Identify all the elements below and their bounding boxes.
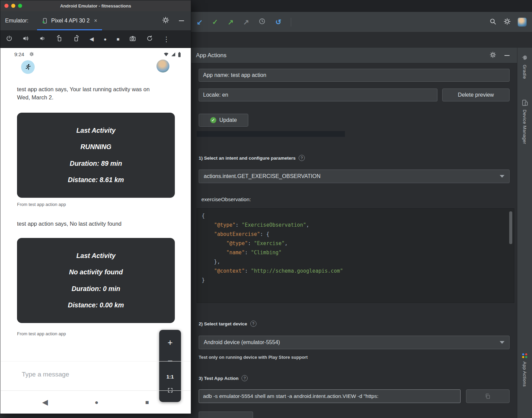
copy-icon: [485, 393, 491, 399]
assistant-message: test app action says, Your last running …: [17, 85, 163, 102]
card-title: Last Activity: [76, 252, 115, 260]
arrow-up-right-icon[interactable]: ↗: [228, 18, 234, 26]
nav-home-button[interactable]: ●: [95, 399, 99, 405]
maximize-window-button[interactable]: [18, 4, 22, 8]
emulator-controls-toolbar: ◀ ● ■ ⋮: [0, 30, 191, 48]
zoom-ratio-button[interactable]: 1:1: [166, 374, 174, 380]
copy-command-button[interactable]: [466, 389, 510, 403]
section-two-label: 2) Select target device: [199, 321, 247, 326]
intent-dropdown[interactable]: actions.intent.GET_EXERCISE_OBSERVATION: [199, 170, 510, 183]
device-dropdown-value: Android device (emulator-5554): [204, 339, 280, 345]
clock-icon[interactable]: [259, 18, 266, 26]
search-icon[interactable]: [489, 18, 497, 27]
tool-tab-gradle[interactable]: Gradle: [517, 54, 532, 79]
undo-icon[interactable]: ↺: [275, 18, 281, 26]
target-device-dropdown[interactable]: Android device (emulator-5554): [199, 336, 510, 349]
app-actions-icon: [522, 353, 528, 358]
panel-minimize-icon[interactable]: [504, 55, 510, 56]
card-duration: Duration: 89 min: [70, 160, 122, 167]
card-title: Last Activity: [76, 127, 115, 134]
help-icon[interactable]: ?: [242, 375, 248, 381]
card-status: No activity found: [69, 268, 123, 276]
settings-gear-icon[interactable]: [503, 18, 511, 27]
runner-icon: [24, 63, 32, 71]
check-icon[interactable]: ✓: [212, 18, 218, 26]
help-icon[interactable]: ?: [299, 155, 305, 161]
chat-input-divider: [1, 361, 190, 361]
home-icon[interactable]: ●: [104, 37, 106, 42]
android-studio-window: ↙ ✓ ↗ ↗ ↺ App Actions: [191, 0, 532, 418]
section-select-intent: 1) Select an intent and configure parame…: [199, 155, 305, 161]
delete-preview-button[interactable]: Delete preview: [442, 89, 510, 101]
tool-tab-label: Device Manager: [522, 110, 527, 144]
studio-top-strip: [191, 0, 532, 12]
assistant-message: test app action says, No last activity f…: [17, 220, 163, 228]
back-icon[interactable]: ◀: [89, 36, 94, 42]
message-input[interactable]: Type a message: [22, 371, 69, 378]
phone-screen: 9:24 test app action says, Your last run…: [1, 48, 190, 414]
partially-visible-button[interactable]: [199, 412, 253, 418]
snapshot-icon[interactable]: [146, 35, 153, 43]
chevron-down-icon: [500, 341, 504, 344]
help-icon[interactable]: ?: [250, 321, 256, 327]
status-gear-icon: [29, 52, 34, 58]
power-icon[interactable]: [6, 35, 13, 43]
app-name-field[interactable]: App name: test app action: [199, 69, 510, 82]
volume-down-icon[interactable]: [39, 35, 46, 43]
tool-tab-label: App Actions: [522, 361, 527, 387]
overview-icon[interactable]: ■: [117, 37, 119, 42]
wifi-icon: [164, 52, 169, 57]
locale-field[interactable]: Locale: en: [199, 89, 437, 101]
device-tab-pixel4[interactable]: Pixel 4 API 30 2 ×: [37, 11, 102, 30]
activity-card-running: Last Activity RUNNING Duration: 89 min D…: [17, 113, 175, 198]
update-check-icon: ✓: [210, 117, 216, 123]
minimize-window-button[interactable]: [11, 4, 15, 8]
nav-back-button[interactable]: ◀: [42, 399, 48, 406]
intent-dropdown-value: actions.intent.GET_EXERCISE_OBSERVATION: [204, 173, 320, 179]
arrow-down-left-icon[interactable]: ↙: [197, 18, 203, 26]
section-select-device: 2) Select target device ?: [199, 321, 256, 327]
close-window-button[interactable]: [4, 4, 9, 8]
volume-up-icon[interactable]: [22, 35, 29, 43]
zoom-in-button[interactable]: +: [167, 337, 172, 348]
update-button-label: Update: [219, 117, 237, 123]
code-editor-lines: { "@type": "ExerciseObservation", "about…: [202, 211, 514, 285]
adb-command-field[interactable]: adb -s emulator-5554 shell am start -a a…: [199, 389, 461, 403]
tool-tab-label: Gradle: [522, 65, 527, 79]
panel-title: App Actions: [196, 52, 227, 59]
update-button[interactable]: ✓ Update: [199, 114, 248, 127]
code-editor[interactable]: { "@type": "ExerciseObservation", "about…: [197, 208, 514, 303]
rotate-right-icon[interactable]: [73, 35, 80, 43]
section-three-label: 3) Test App Action: [199, 376, 238, 381]
phone-tab-icon: [42, 18, 48, 24]
more-options-icon[interactable]: ⋮: [163, 36, 170, 43]
status-bar-icons: [164, 52, 181, 57]
android-emulator-window: Android Emulator - fitnessactions Emulat…: [0, 0, 191, 414]
card-distance: Distance: 0.00 km: [68, 301, 124, 309]
panel-settings-gear-icon[interactable]: [489, 51, 496, 60]
emulator-settings-gear-icon[interactable]: [162, 16, 169, 25]
card-status: RUNNING: [81, 143, 112, 151]
chevron-down-icon: [500, 175, 504, 178]
card-source-caption: From test app action app: [17, 202, 66, 207]
battery-icon: [178, 52, 181, 57]
assistant-app-avatar: [21, 60, 35, 74]
user-profile-avatar[interactable]: [518, 18, 527, 27]
app-actions-panel-header: App Actions: [191, 48, 517, 63]
device-tab-label: Pixel 4 API 30 2: [51, 18, 89, 24]
emulator-toolbar: Emulator: Pixel 4 API 30 2 ×: [0, 11, 191, 30]
scrollbar-thumb[interactable]: [509, 211, 512, 244]
gradle-icon: [521, 54, 528, 61]
signal-icon: [171, 52, 176, 57]
tool-tab-app-actions[interactable]: App Actions: [517, 353, 532, 387]
emulator-minimize-icon[interactable]: [179, 20, 184, 21]
nav-overview-button[interactable]: ■: [145, 399, 149, 405]
obscured-text-band: [197, 131, 345, 137]
studio-main-toolbar: ↙ ✓ ↗ ↗ ↺: [191, 12, 532, 32]
card-duration: Duration: 0 min: [71, 285, 120, 293]
tab-close-icon[interactable]: ×: [94, 18, 97, 24]
camera-icon[interactable]: [129, 35, 136, 43]
rotate-left-icon[interactable]: [56, 35, 63, 43]
arrow-up-right-secondary-icon[interactable]: ↗: [243, 18, 249, 26]
tool-tab-device-manager[interactable]: Device Manager: [517, 99, 532, 144]
